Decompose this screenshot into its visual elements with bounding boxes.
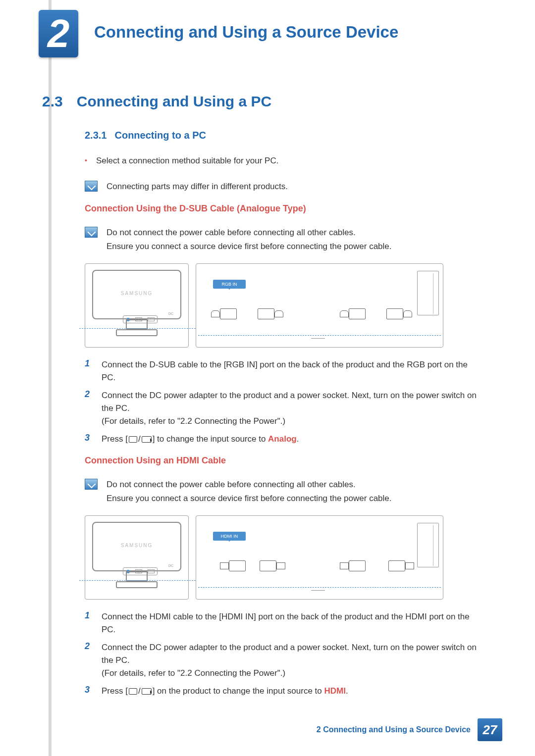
step-text: Connect the D-SUB cable to the [RGB IN] … — [102, 358, 478, 384]
note-text: Do not connect the power cable before co… — [107, 226, 392, 253]
step-row: 1 Connect the D-SUB cable to the [RGB IN… — [85, 358, 478, 384]
section-heading: 2.3 Connecting and Using a PC — [42, 93, 478, 110]
step-row: 2 Connect the DC power adapter to the pr… — [85, 641, 478, 680]
pc-tower-icon — [417, 523, 439, 567]
step-text: Connect the DC power adapter to the prod… — [102, 389, 478, 428]
note-line: Do not connect the power cable before co… — [107, 226, 392, 240]
note-text: Do not connect the power cable before co… — [107, 478, 392, 505]
hdmi-connector-icon — [258, 558, 287, 573]
highlight-text: Analog — [268, 434, 297, 444]
step-text: Connect the DC power adapter to the prod… — [102, 641, 478, 680]
chapter-title: Connecting and Using a Source Device — [94, 23, 398, 42]
source-button-icon — [142, 436, 152, 443]
cable-dashed-line — [79, 580, 198, 581]
step-fragment: ] to change the input source to — [153, 434, 268, 444]
step-number: 2 — [85, 641, 94, 680]
page-footer: 2 Connecting and Using a Source Device 2… — [317, 718, 502, 741]
pc-tower-icon — [417, 271, 439, 315]
hdmi-connector-icon — [386, 558, 416, 573]
hdmi-steps: 1 Connect the HDMI cable to the [HDMI IN… — [85, 610, 478, 698]
note-icon — [85, 181, 98, 192]
note-text: Connecting parts may differ in different… — [107, 180, 288, 194]
step-line: Connect the DC power adapter to the prod… — [102, 643, 477, 665]
step-row: 2 Connect the DC power adapter to the pr… — [85, 389, 478, 428]
note-row: Do not connect the power cable before co… — [85, 226, 478, 253]
monitor-illustration: SAMSUNG DC — [85, 263, 189, 348]
dc-label: DC — [168, 312, 173, 315]
monitor-brand: SAMSUNG — [93, 543, 180, 548]
step-fragment: . — [346, 686, 348, 696]
cable-illustration: RGB IN ⸏⸏ — [196, 263, 443, 348]
hdmi-connector-icon — [339, 558, 369, 573]
hdmi-connector-icon — [219, 558, 249, 573]
highlight-text: HDMI — [324, 686, 346, 696]
note-row: Connecting parts may differ in different… — [85, 180, 478, 194]
step-line: (For details, refer to "2.2 Connecting t… — [102, 416, 285, 426]
source-button-icon — [129, 436, 137, 443]
port-icon — [148, 569, 155, 573]
source-button-icon — [129, 688, 137, 695]
step-text: Connect the HDMI cable to the [HDMI IN] … — [102, 610, 478, 636]
step-text: Press [/] to change the input source to … — [102, 433, 299, 446]
note-line: Ensure you connect a source device first… — [107, 240, 392, 253]
dc-label: DC — [168, 564, 173, 567]
dsub-connector-icon — [339, 306, 369, 321]
section-title: Connecting and Using a PC — [77, 93, 271, 110]
step-number: 2 — [85, 389, 94, 428]
dsub-connector-icon — [210, 306, 240, 321]
step-fragment: Press [ — [102, 686, 128, 696]
note-icon — [85, 227, 98, 238]
hdmi-heading: Connection Using an HDMI Cable — [85, 455, 478, 466]
cable-dashed-line — [198, 335, 441, 336]
step-number: 3 — [85, 685, 94, 698]
step-row: 3 Press [/] to change the input source t… — [85, 433, 478, 446]
step-number: 3 — [85, 433, 94, 446]
bullet-text: Select a connection method suitable for … — [96, 155, 279, 167]
dsub-heading: Connection Using the D-SUB Cable (Analog… — [85, 203, 478, 214]
step-fragment: . — [297, 434, 299, 444]
footer-page-number: 27 — [478, 718, 502, 741]
subsection-number: 2.3.1 — [85, 130, 107, 141]
cable-illustration: HDMI IN ⸏⸏ — [196, 515, 443, 600]
hdmi-diagram: SAMSUNG DC HDMI IN — [85, 515, 478, 600]
port-icon — [148, 317, 155, 321]
dsub-connector-icon — [256, 306, 285, 321]
cable-dashed-line — [79, 328, 198, 329]
note-line: Do not connect the power cable before co… — [107, 478, 392, 492]
step-line: Connect the DC power adapter to the prod… — [102, 391, 477, 413]
step-row: 3 Press [/] on the product to change the… — [85, 685, 478, 698]
dsub-steps: 1 Connect the D-SUB cable to the [RGB IN… — [85, 358, 478, 446]
chapter-number-badge: 2 — [39, 10, 78, 57]
step-fragment: Press [ — [102, 434, 128, 444]
cable-dashed-line — [198, 587, 441, 588]
note-row: Do not connect the power cable before co… — [85, 478, 478, 505]
chapter-number: 2 — [48, 14, 70, 53]
section-number: 2.3 — [42, 93, 63, 110]
bullet-dot-icon: • — [85, 155, 87, 167]
note-icon — [85, 479, 98, 490]
bullet-item: • Select a connection method suitable fo… — [85, 155, 478, 167]
note-line: Ensure you connect a source device first… — [107, 492, 392, 505]
step-line: (For details, refer to "2.2 Connecting t… — [102, 668, 285, 678]
step-row: 1 Connect the HDMI cable to the [HDMI IN… — [85, 610, 478, 636]
step-number: 1 — [85, 610, 94, 636]
port-label-badge: HDMI IN — [213, 532, 246, 541]
port-label-badge: RGB IN — [213, 280, 246, 289]
subsection-title: Connecting to a PC — [114, 130, 206, 141]
dsub-diagram: SAMSUNG DC RGB IN — [85, 263, 478, 348]
subsection-heading: 2.3.1 Connecting to a PC — [85, 130, 478, 141]
dsub-connector-icon — [384, 306, 414, 321]
step-text: Press [/] on the product to change the i… — [102, 685, 348, 698]
step-fragment: ] on the product to change the input sou… — [153, 686, 324, 696]
footer-chapter-label: 2 Connecting and Using a Source Device — [317, 725, 471, 734]
monitor-brand: SAMSUNG — [93, 291, 180, 296]
source-button-icon — [142, 688, 152, 695]
step-number: 1 — [85, 358, 94, 384]
monitor-illustration: SAMSUNG DC — [85, 515, 189, 600]
